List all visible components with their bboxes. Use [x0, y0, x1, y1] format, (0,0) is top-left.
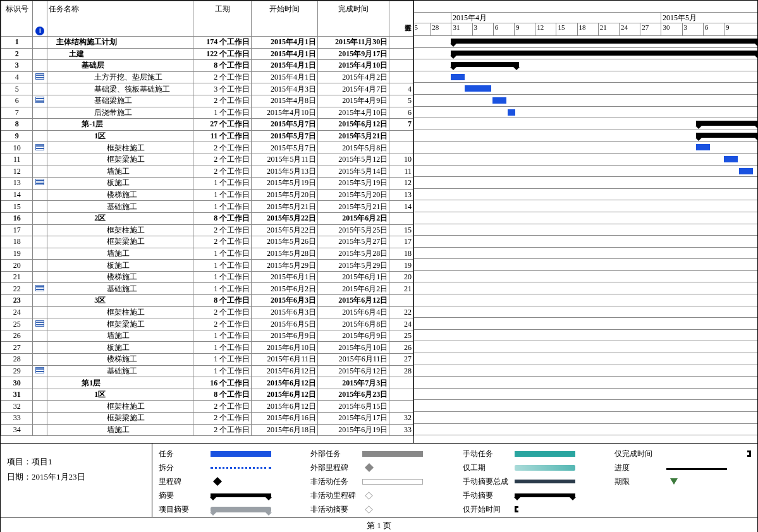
table-row[interactable]: 21楼梯施工1 个工作日2015年6月1日2015年6月1日20: [1, 271, 413, 283]
table-row[interactable]: 3基础层8 个工作日2015年4月1日2015年4月10日: [1, 60, 413, 72]
table-row[interactable]: 311区8 个工作日2015年6月12日2015年6月23日: [1, 389, 413, 401]
indicator-cell: [33, 201, 47, 213]
table-row[interactable]: 91区11 个工作日2015年5月7日2015年5月21日: [1, 130, 413, 142]
start-cell: 2015年4月1日: [252, 71, 318, 83]
task-bar[interactable]: [492, 97, 506, 104]
task-name-cell: 框架柱施工: [47, 224, 193, 236]
task-name-cell: 基础施工: [47, 201, 193, 213]
task-id-cell: 20: [1, 260, 33, 272]
task-id-cell: 11: [1, 154, 33, 166]
duration-cell: 1 个工作日: [193, 201, 251, 213]
table-row[interactable]: 7后浇带施工1 个工作日2015年4月10日2015年4月10日6: [1, 107, 413, 119]
table-row[interactable]: 33框架梁施工2 个工作日2015年6月16日2015年6月17日32: [1, 413, 413, 425]
table-row[interactable]: 17框架柱施工2 个工作日2015年5月22日2015年5月25日15: [1, 224, 413, 236]
table-row[interactable]: 22基础施工1 个工作日2015年6月2日2015年6月2日21: [1, 283, 413, 295]
table-row[interactable]: 6基础梁施工2 个工作日2015年4月8日2015年4月9日5: [1, 95, 413, 107]
task-id-cell: 3: [1, 60, 33, 72]
task-bar[interactable]: [465, 85, 491, 92]
duration-cell: 8 个工作日: [193, 295, 251, 307]
table-row[interactable]: 34墙施工2 个工作日2015年6月18日2015年6月19日33: [1, 424, 413, 436]
task-bar[interactable]: [739, 168, 753, 174]
col-start-header[interactable]: 开始时间: [252, 1, 318, 37]
table-row[interactable]: 10框架柱施工2 个工作日2015年5月7日2015年5月8日: [1, 142, 413, 154]
indicator-cell: [33, 130, 47, 142]
table-row[interactable]: 19墙施工1 个工作日2015年5月28日2015年5月28日18: [1, 248, 413, 260]
table-row[interactable]: 20板施工1 个工作日2015年5月29日2015年5月29日19: [1, 260, 413, 272]
task-table: 标识号 i 任务名称 工期 开始时间 完成时间 前置任务 1主体结构施工计划17…: [1, 1, 413, 436]
gantt-row: [414, 259, 757, 271]
predecessor-cell: 25: [389, 330, 413, 342]
duration-cell: 1 个工作日: [193, 178, 251, 190]
task-id-cell: 2: [1, 48, 33, 60]
col-duration-header[interactable]: 工期: [193, 1, 251, 37]
gantt-row: [414, 365, 757, 377]
table-row[interactable]: 5基础梁、筏板基础施工3 个工作日2015年4月3日2015年4月7日4: [1, 83, 413, 95]
summary-bar[interactable]: [451, 62, 519, 67]
calendar-icon: [35, 97, 44, 103]
task-bar[interactable]: [724, 156, 738, 162]
task-bar[interactable]: [451, 74, 465, 80]
table-row[interactable]: 25框架梁施工2 个工作日2015年6月5日2015年6月8日24: [1, 318, 413, 330]
col-predecessor-header[interactable]: 前置任务: [389, 1, 413, 37]
table-row[interactable]: 32框架柱施工2 个工作日2015年6月12日2015年6月15日: [1, 401, 413, 413]
duration-cell: 3 个工作日: [193, 83, 251, 95]
gantt-row: [414, 71, 757, 83]
predecessor-cell: 15: [389, 224, 413, 236]
duration-cell: 8 个工作日: [193, 60, 251, 72]
duration-cell: 1 个工作日: [193, 342, 251, 354]
col-id-header[interactable]: 标识号: [1, 1, 33, 37]
duration-cell: 1 个工作日: [193, 283, 251, 295]
table-row[interactable]: 11框架梁施工2 个工作日2015年5月11日2015年5月12日10: [1, 154, 413, 166]
legend-item: 非活动里程碑: [310, 489, 447, 502]
summary-bar[interactable]: [696, 133, 757, 138]
task-bar[interactable]: [508, 109, 515, 116]
table-row[interactable]: 26墙施工1 个工作日2015年6月9日2015年6月9日25: [1, 330, 413, 342]
timeline-tick: 21: [598, 23, 607, 36]
legend-label: 外部任务: [310, 449, 356, 459]
table-row[interactable]: 29基础施工1 个工作日2015年6月12日2015年6月12日28: [1, 365, 413, 377]
indicator-cell: [33, 283, 47, 295]
table-row[interactable]: 8第-1层27 个工作日2015年5月7日2015年6月12日7: [1, 119, 413, 131]
table-row[interactable]: 233区8 个工作日2015年6月3日2015年6月12日: [1, 295, 413, 307]
legend-label: 外部里程碑: [310, 462, 356, 473]
table-row[interactable]: 4土方开挖、垫层施工2 个工作日2015年4月1日2015年4月2日: [1, 71, 413, 83]
table-row[interactable]: 14楼梯施工1 个工作日2015年5月20日2015年5月20日13: [1, 189, 413, 201]
table-row[interactable]: 162区8 个工作日2015年5月22日2015年6月2日: [1, 212, 413, 224]
table-row[interactable]: 1主体结构施工计划174 个工作日2015年4月1日2015年11月30日: [1, 37, 413, 49]
gantt-row: [414, 389, 757, 401]
start-cell: 2015年4月8日: [252, 95, 318, 107]
legend-item: 仅工期: [463, 461, 599, 474]
summary-bar[interactable]: [451, 39, 757, 44]
table-row[interactable]: 28楼梯施工1 个工作日2015年6月11日2015年6月11日27: [1, 354, 413, 366]
task-id-cell: 27: [1, 342, 33, 354]
col-indicator-header[interactable]: i: [33, 1, 47, 37]
start-cell: 2015年5月28日: [252, 248, 318, 260]
indicator-cell: [33, 354, 47, 366]
table-row[interactable]: 18框架梁施工2 个工作日2015年5月26日2015年5月27日17: [1, 236, 413, 248]
table-row[interactable]: 24框架柱施工2 个工作日2015年6月3日2015年6月4日22: [1, 306, 413, 318]
task-id-cell: 12: [1, 166, 33, 178]
start-cell: 2015年5月7日: [252, 142, 318, 154]
predecessor-cell: [389, 37, 413, 49]
gantt-row: [414, 236, 757, 248]
predecessor-cell: 32: [389, 413, 413, 425]
duration-cell: 1 个工作日: [193, 189, 251, 201]
table-row[interactable]: 13板施工1 个工作日2015年5月19日2015年5月19日12: [1, 178, 413, 190]
finish-cell: 2015年6月17日: [318, 413, 389, 425]
start-cell: 2015年5月26日: [252, 236, 318, 248]
col-name-header[interactable]: 任务名称: [47, 1, 193, 37]
task-bar[interactable]: [696, 144, 710, 150]
summary-bar[interactable]: [451, 51, 757, 56]
table-row[interactable]: 30第1层16 个工作日2015年6月12日2015年7月3日: [1, 377, 413, 389]
start-cell: 2015年4月1日: [252, 48, 318, 60]
table-row[interactable]: 27板施工1 个工作日2015年6月10日2015年6月10日26: [1, 342, 413, 354]
table-row[interactable]: 12墙施工2 个工作日2015年5月13日2015年5月14日11: [1, 166, 413, 178]
col-finish-header[interactable]: 完成时间: [318, 1, 389, 37]
task-name-cell: 1区: [47, 130, 193, 142]
table-row[interactable]: 2土建122 个工作日2015年4月1日2015年9月17日: [1, 48, 413, 60]
gantt-row: [414, 83, 757, 95]
summary-bar[interactable]: [696, 121, 757, 126]
legend-label: 进度: [614, 462, 660, 473]
finish-cell: 2015年6月15日: [318, 401, 389, 413]
table-row[interactable]: 15基础施工1 个工作日2015年5月21日2015年5月21日14: [1, 201, 413, 213]
